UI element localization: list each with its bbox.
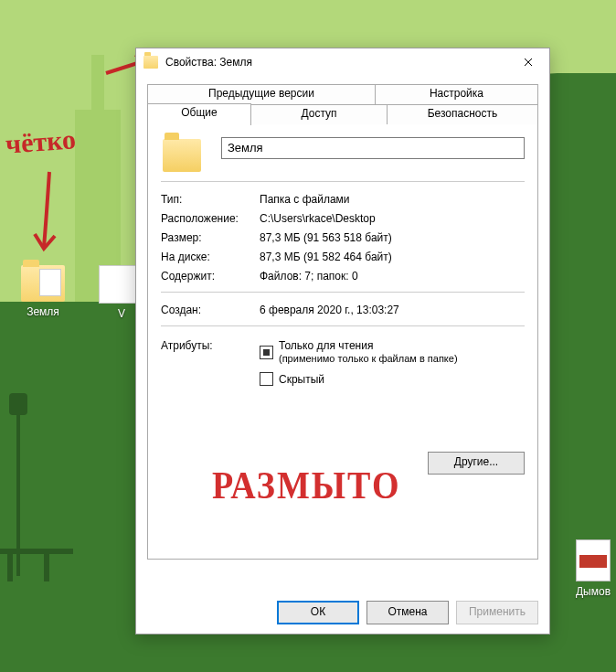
folder-icon [143, 56, 158, 69]
label-attributes: Атрибуты: [161, 337, 260, 391]
label-contains: Содержит: [161, 270, 260, 283]
tab-customize[interactable]: Настройка [376, 84, 538, 104]
separator [161, 292, 525, 293]
folder-icon [21, 265, 65, 302]
label-type: Тип: [161, 193, 260, 206]
separator [161, 181, 525, 182]
label-size: Размер: [161, 231, 260, 244]
value-contains: Файлов: 7; папок: 0 [260, 270, 525, 283]
value-location: C:\Users\rkace\Desktop [260, 212, 525, 225]
label-created: Создан: [161, 304, 260, 316]
checkbox-readonly[interactable]: Только для чтения (применимо только к фа… [260, 339, 525, 365]
folder-icon [163, 139, 201, 172]
apply-button[interactable]: Применить [456, 601, 538, 624]
desktop-pdf-dymov[interactable]: Дымов [561, 539, 616, 598]
tab-row-front: Общие Доступ Безопасность [147, 103, 538, 124]
value-size: 87,3 МБ (91 563 518 байт) [260, 231, 525, 244]
checkbox-label: Только для чтения [279, 339, 373, 352]
label-ondisk: На диске: [161, 251, 260, 263]
close-button[interactable] [507, 48, 549, 76]
label-location: Расположение: [161, 212, 260, 225]
close-icon [524, 58, 533, 67]
bg-bench [0, 549, 73, 581]
separator [161, 325, 525, 326]
tab-general[interactable]: Общие [147, 103, 251, 125]
desktop-folder-zemlya[interactable]: Земля [11, 265, 75, 318]
annotation-sharp: чётко [5, 123, 77, 159]
properties-dialog: Свойства: Земля Предыдущие версии Настро… [135, 48, 550, 635]
window-title: Свойства: Земля [165, 56, 507, 69]
icon-label: Дымов [561, 585, 616, 598]
cancel-button[interactable]: Отмена [366, 601, 449, 624]
checkbox-indeterminate-icon [260, 346, 273, 359]
annotation-blurry: РАЗМЫТО [212, 464, 401, 507]
tab-content-general: Земля Тип:Папка с файлами Расположение:C… [147, 124, 538, 560]
checkbox-empty-icon [260, 372, 273, 386]
tab-row-back: Предыдущие версии Настройка [147, 83, 538, 104]
tab-sharing[interactable]: Доступ [251, 104, 388, 124]
advanced-button[interactable]: Другие... [428, 452, 525, 475]
checkbox-label: Скрытый [279, 373, 324, 386]
folder-name-input[interactable]: Земля [221, 137, 525, 159]
value-created: 6 февраля 2020 г., 13:03:27 [260, 304, 525, 316]
titlebar[interactable]: Свойства: Земля [136, 48, 549, 76]
value-ondisk: 87,3 МБ (91 582 464 байт) [260, 251, 525, 263]
tab-previous-versions[interactable]: Предыдущие версии [147, 84, 376, 104]
checkbox-note: (применимо только к файлам в папке) [279, 353, 458, 364]
value-type: Папка с файлами [260, 193, 525, 206]
tab-security[interactable]: Безопасность [388, 104, 538, 124]
ok-button[interactable]: ОК [277, 601, 359, 624]
pdf-icon [576, 539, 611, 581]
checkbox-hidden[interactable]: Скрытый [260, 372, 525, 386]
icon-label: Земля [11, 305, 75, 318]
desktop-background: Земля V Дымов чётко Свойства: Земля Пре [0, 0, 616, 672]
